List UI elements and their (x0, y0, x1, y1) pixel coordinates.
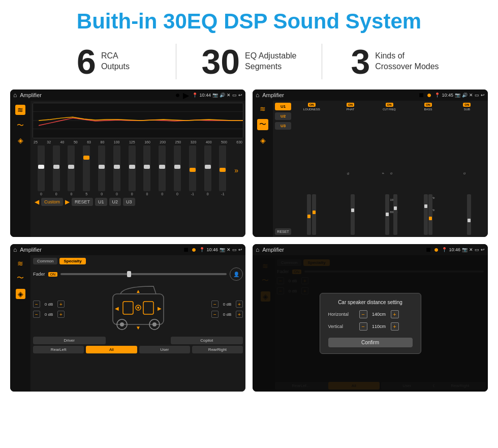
db-minus-2[interactable]: − (33, 311, 40, 318)
dialog-vertical-minus[interactable]: − (359, 322, 367, 331)
eq-prev-btn[interactable]: ◀ (35, 198, 39, 205)
specialty-dot2: ● (192, 245, 197, 254)
btn-rearright[interactable]: RearRight (192, 346, 243, 353)
crossover-sidebar-eq-icon[interactable]: ≋ (260, 105, 266, 113)
db-minus-4[interactable]: − (211, 311, 219, 318)
eq-status-icons: 📍 10:44 📷 🔊 ✕ ▭ ↩ (192, 93, 242, 98)
crossover-reset-btn[interactable]: RESET (275, 228, 291, 235)
db-value-2: 0 dB (42, 312, 56, 317)
db-plus-2[interactable]: + (57, 311, 65, 318)
crossover-main: U1 U2 U3 RESET ON LOUDNESS (273, 101, 488, 237)
tab-specialty[interactable]: Specialty (59, 258, 85, 264)
slider-2[interactable]: 0 (53, 145, 60, 196)
crossover-back-icon[interactable]: ↩ (481, 93, 485, 98)
btn-user[interactable]: User (139, 346, 190, 353)
crossover-sidebar-speaker-icon[interactable]: ◈ (260, 136, 266, 144)
db-plus-3[interactable]: + (236, 301, 243, 308)
specialty-sidebar-wave-icon[interactable]: 〜 (17, 274, 24, 283)
eq-sidebar-eq-icon[interactable]: ≋ (15, 105, 25, 115)
crossover-status-icons: 📍 10:45 📷 🔊 ✕ ▭ ↩ (434, 93, 485, 98)
tab-common[interactable]: Common (33, 258, 57, 264)
slider-4[interactable]: 5 (83, 145, 90, 196)
svg-rect-10 (143, 302, 153, 314)
eq-back-icon[interactable]: ↩ (238, 93, 242, 98)
specialty-main: Common Specialty Fader ON 👤 (30, 255, 245, 392)
sub-slider[interactable] (467, 194, 471, 235)
slider-9[interactable]: 0 (159, 145, 166, 196)
fader-slider-area[interactable] (60, 271, 227, 277)
specialty-sidebar-eq-icon[interactable]: ≋ (17, 259, 23, 267)
crossover-title: Amplifier (262, 92, 416, 98)
slider-3[interactable]: 0 (68, 145, 75, 196)
eq-sidebar-wave-icon[interactable]: 〜 (17, 121, 24, 130)
db-plus-4[interactable]: + (236, 311, 243, 318)
specialty-battery-icon: ▭ (232, 247, 237, 252)
eq-u2-btn[interactable]: U2 (109, 198, 121, 206)
eq-u3-btn[interactable]: U3 (123, 198, 135, 206)
btn-driver[interactable]: Driver (33, 337, 106, 344)
eq-bottom-bar: ◀ Custom ▶ RESET U1 U2 U3 (33, 196, 243, 206)
dialog-vertical-row: Vertical − 110cm + (328, 322, 413, 331)
dialog-vertical-plus[interactable]: + (391, 322, 399, 331)
confirm-button[interactable]: Confirm (328, 338, 413, 347)
slider-6[interactable]: 0 (113, 145, 120, 196)
sub-label: SUB (464, 108, 470, 111)
specialty-status-icons: 📍 10:46 📷 ✕ ▭ ↩ (199, 247, 242, 252)
loudness-on-badge: ON (308, 103, 316, 107)
bass-slider2[interactable] (428, 194, 432, 235)
cutfreq-g-label: G (390, 172, 393, 174)
preset-u3[interactable]: U3 (275, 122, 291, 130)
specialty-home-icon[interactable]: ⌂ (13, 246, 17, 253)
eq-reset-btn[interactable]: RESET (72, 198, 93, 206)
cutfreq-slider1[interactable]: 100Hz 80KHz (385, 194, 389, 235)
stats-row: 6 RCAOutputs 30 EQ AdjustableSegments 3 … (0, 39, 498, 86)
specialty-screen: ⌂ Amplifier ■ ● 📍 10:46 📷 ✕ ▭ ↩ ≋ 〜 ◈ (10, 244, 245, 392)
eq-next-btn[interactable]: ▶ (65, 198, 70, 205)
stat-rca: 6 RCAOutputs (30, 44, 176, 79)
slider-10[interactable]: 0 (174, 145, 181, 196)
preset-u2[interactable]: U2 (275, 112, 291, 120)
specialty-sidebar-speaker-icon[interactable]: ◈ (16, 289, 25, 299)
loudness-slider2[interactable] (312, 194, 316, 235)
slider-8[interactable]: 0 (143, 145, 150, 196)
slider-11[interactable]: -1 (189, 145, 196, 196)
eq-sidebar-speaker-icon[interactable]: ◈ (18, 136, 23, 144)
loudness-slider1[interactable] (307, 194, 311, 235)
preset-u1[interactable]: U1 (275, 103, 291, 110)
crossover-camera-icon: 📷 (455, 93, 460, 98)
dialog-home-icon[interactable]: ⌂ (256, 246, 259, 253)
dialog-horizontal-value: 140cm (369, 312, 389, 317)
slider-1[interactable]: 0 (38, 145, 45, 196)
cutfreq-label: CUT FREQ (383, 108, 395, 111)
phat-on-badge: ON (347, 103, 354, 107)
slider-5[interactable]: 0 (98, 145, 105, 196)
slider-13[interactable]: -1 (219, 145, 226, 196)
stat-eq-number: 30 (201, 44, 240, 79)
crossover-home-icon[interactable]: ⌂ (256, 92, 259, 99)
crossover-x-icon: ✕ (469, 93, 473, 98)
car-diagram-area: − 0 dB + − 0 dB + (33, 284, 243, 335)
bass-slider1[interactable]: 90Hz 70Hz (424, 194, 428, 235)
eq-more-icon[interactable]: » (234, 166, 238, 174)
dialog-back-icon[interactable]: ↩ (481, 247, 485, 252)
db-minus-1[interactable]: − (33, 301, 40, 308)
dialog-horizontal-plus[interactable]: + (391, 310, 399, 318)
eq-custom-btn[interactable]: Custom (41, 198, 63, 206)
specialty-back-icon[interactable]: ↩ (238, 247, 242, 252)
slider-12[interactable]: 0 (204, 145, 211, 196)
btn-all[interactable]: All (86, 346, 137, 353)
phat-slider[interactable] (351, 194, 355, 235)
eq-sliders: 0 0 0 5 0 (33, 145, 243, 196)
dialog-horizontal-minus[interactable]: − (359, 310, 367, 318)
cutfreq-slider2[interactable] (393, 194, 397, 235)
crossover-controls: ON LOUDNESS ON (293, 103, 486, 235)
db-value-1: 0 dB (42, 302, 56, 307)
db-plus-1[interactable]: + (57, 301, 65, 308)
btn-copilot[interactable]: Copilot (171, 337, 243, 344)
btn-rearleft[interactable]: RearLeft (33, 346, 84, 353)
eq-u1-btn[interactable]: U1 (95, 198, 107, 206)
slider-7[interactable]: 0 (129, 145, 136, 196)
db-minus-3[interactable]: − (211, 301, 219, 308)
eq-home-icon[interactable]: ⌂ (13, 92, 17, 99)
crossover-sidebar-wave-icon[interactable]: 〜 (257, 119, 268, 130)
